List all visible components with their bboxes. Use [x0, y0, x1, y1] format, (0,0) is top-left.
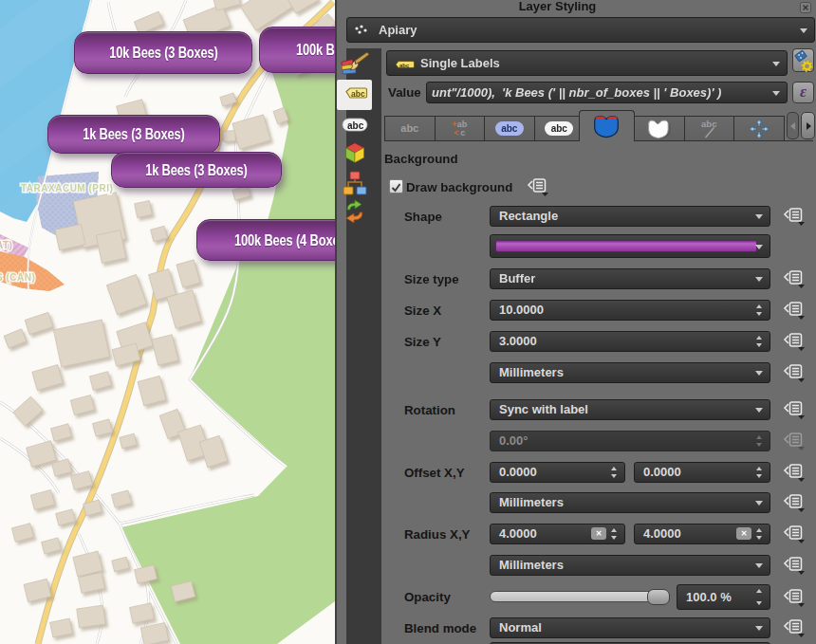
svg-text:S (CAN): S (CAN): [0, 272, 35, 283]
svg-text:abc: abc: [399, 63, 410, 68]
svg-text:abc: abc: [347, 120, 364, 131]
svg-text:abc: abc: [351, 89, 365, 99]
svg-text:AT): AT): [0, 240, 12, 250]
svg-text:TARAXACUM (PRI): TARAXACUM (PRI): [21, 183, 113, 193]
